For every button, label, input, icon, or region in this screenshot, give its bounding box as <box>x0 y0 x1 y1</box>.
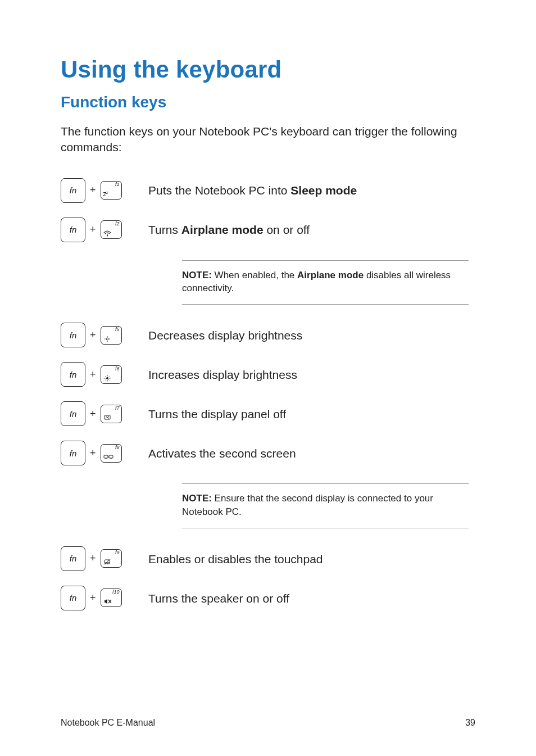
plus-sign: + <box>90 224 96 236</box>
brightness-up-icon <box>103 372 117 382</box>
fn-description: Turns the display panel off <box>148 405 286 423</box>
note-text-pre: When enabled, the <box>212 270 297 280</box>
f-key-number: f10 <box>112 590 120 595</box>
svg-rect-21 <box>109 455 113 458</box>
plus-sign: + <box>90 408 96 420</box>
fn-key: fn <box>61 546 85 571</box>
f1-key: f1 zz <box>101 181 122 200</box>
second-screen-icon: / <box>103 450 117 460</box>
desc-text-bold: Airplane mode <box>181 223 264 236</box>
plus-sign: + <box>90 447 96 459</box>
key-combo: fn + f5 <box>61 323 148 347</box>
fn-row-f5: fn + f5 Decreases display brightness <box>61 323 475 347</box>
note-second-display: NOTE: Ensure that the second display is … <box>182 483 469 528</box>
plus-sign: + <box>90 184 96 196</box>
fn-row-f8: fn + f8 / Activates the second screen <box>61 441 475 465</box>
desc-text-pre: Puts the Notebook PC into <box>148 184 290 197</box>
fn-key: fn <box>61 362 85 387</box>
brightness-down-icon <box>103 332 117 342</box>
f2-key: f2 <box>101 220 122 239</box>
fn-row-f7: fn + f7 Turns the display panel off <box>61 401 475 426</box>
svg-line-14 <box>105 379 106 380</box>
f-key-number: f2 <box>115 221 120 227</box>
svg-rect-18 <box>104 455 108 458</box>
intro-paragraph: The function keys on your Notebook PC's … <box>61 124 475 156</box>
display-off-icon <box>103 411 117 421</box>
f-key-number: f1 <box>115 182 120 187</box>
fn-description: Puts the Notebook PC into Sleep mode <box>148 181 357 199</box>
f-key-number: f5 <box>115 327 120 332</box>
footer-page-number: 39 <box>465 718 475 728</box>
function-key-list: fn + f1 zz Puts the Notebook PC into Sle… <box>61 178 475 610</box>
fn-row-f6: fn + f6 Increases display brightness <box>61 362 475 387</box>
f-key-number: f7 <box>115 406 120 411</box>
plus-sign: + <box>90 369 96 381</box>
f8-key: f8 / <box>101 444 122 463</box>
fn-description: Turns Airplane mode on or off <box>148 220 310 238</box>
svg-point-6 <box>106 377 108 379</box>
svg-point-0 <box>107 236 108 237</box>
fn-description: Increases display brightness <box>148 365 297 383</box>
note-label: NOTE: <box>182 270 212 280</box>
note-airplane-mode: NOTE: When enabled, the Airplane mode di… <box>182 260 469 305</box>
f7-key: f7 <box>101 405 122 423</box>
speaker-mute-icon <box>103 595 117 605</box>
fn-row-f10: fn + f10 Turns the speaker on or off <box>61 586 475 610</box>
fn-row-f1: fn + f1 zz Puts the Notebook PC into Sle… <box>61 178 475 203</box>
note-text-bold: Airplane mode <box>297 270 364 280</box>
f5-key: f5 <box>101 326 122 345</box>
f-key-number: f6 <box>115 366 120 372</box>
fn-key: fn <box>61 178 85 203</box>
key-combo: fn + f1 zz <box>61 178 148 203</box>
fn-description: Enables or disables the touchpad <box>148 550 323 568</box>
page-footer: Notebook PC E-Manual 39 <box>61 718 475 728</box>
plus-sign: + <box>90 592 96 604</box>
fn-key: fn <box>61 441 85 465</box>
f-key-number: f9 <box>115 550 120 555</box>
plus-sign: + <box>90 553 96 564</box>
key-combo: fn + f2 <box>61 218 148 242</box>
svg-line-11 <box>105 376 106 377</box>
f9-key: f9 <box>101 549 122 568</box>
fn-row-f2: fn + f2 Turns Airplane mode on or off <box>61 218 475 242</box>
page: Using the keyboard Function keys The fun… <box>0 0 536 756</box>
f10-key: f10 <box>101 588 122 607</box>
f6-key: f6 <box>101 365 122 384</box>
fn-description: Activates the second screen <box>148 444 296 462</box>
fn-key: fn <box>61 218 85 242</box>
f-key-number: f8 <box>115 445 120 450</box>
note-label: NOTE: <box>182 493 212 504</box>
section-subtitle: Function keys <box>61 93 475 111</box>
key-combo: fn + f9 <box>61 546 148 571</box>
key-combo: fn + f6 <box>61 362 148 387</box>
page-title: Using the keyboard <box>61 56 475 83</box>
svg-line-13 <box>108 376 109 377</box>
sleep-icon: zz <box>103 187 117 197</box>
touchpad-icon <box>103 555 117 565</box>
fn-key: fn <box>61 401 85 426</box>
key-combo: fn + f10 <box>61 586 148 610</box>
wireless-icon <box>103 227 117 237</box>
footer-left: Notebook PC E-Manual <box>61 718 155 728</box>
plus-sign: + <box>90 329 96 341</box>
desc-text-pre: Turns <box>148 223 181 236</box>
fn-key: fn <box>61 586 85 610</box>
svg-point-1 <box>106 338 108 340</box>
fn-description: Decreases display brightness <box>148 326 302 344</box>
fn-row-f9: fn + f9 Enables or disables the touchpad <box>61 546 475 571</box>
svg-line-12 <box>108 379 109 380</box>
desc-text-bold: Sleep mode <box>290 184 357 197</box>
fn-description: Turns the speaker on or off <box>148 589 289 607</box>
desc-text-post: on or off <box>264 223 310 236</box>
key-combo: fn + f8 / <box>61 441 148 465</box>
fn-key: fn <box>61 323 85 347</box>
note-text: Ensure that the second display is connec… <box>182 493 433 517</box>
key-combo: fn + f7 <box>61 401 148 426</box>
